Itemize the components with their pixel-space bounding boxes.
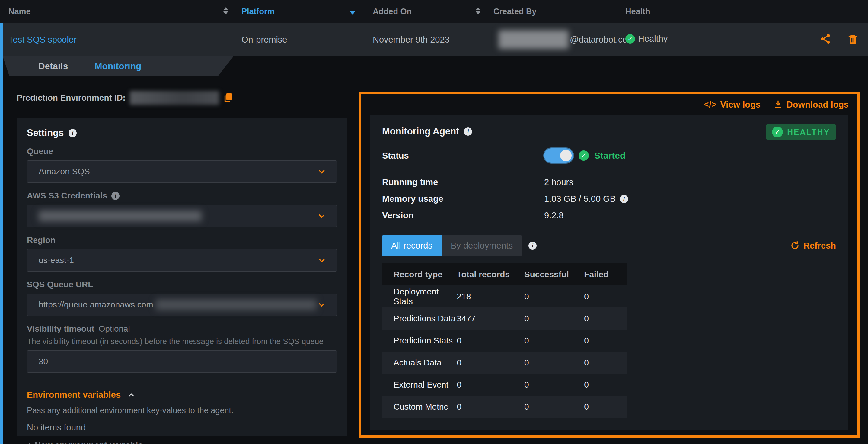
tab-all-records[interactable]: All records	[382, 235, 441, 256]
successful-cell: 0	[524, 307, 584, 329]
records-controls: All records By deployments i Refresh	[382, 235, 836, 256]
credentials-info-icon[interactable]: i	[112, 192, 120, 200]
failed-cell: 0	[584, 352, 627, 374]
toggle-knob	[560, 150, 571, 161]
environment-name-link[interactable]: Test SQS spooler	[8, 35, 77, 45]
divider	[382, 228, 836, 228]
memory-usage-row: Memory usage 1.03 GB / 5.00 GB i	[382, 190, 836, 207]
visibility-timeout-input[interactable]	[27, 350, 337, 373]
refresh-icon	[790, 241, 800, 250]
column-header-created-by: Created By	[493, 7, 537, 16]
settings-info-icon[interactable]: i	[68, 129, 77, 137]
copy-icon[interactable]	[223, 92, 234, 103]
memory-usage-label: Memory usage	[382, 194, 544, 204]
column-header-name[interactable]: Name	[8, 7, 31, 16]
successful-cell: 0	[524, 352, 584, 374]
created-by-domain: @datarobot.co	[570, 35, 627, 45]
region-label: Region	[27, 235, 337, 245]
column-header-health: Health	[625, 7, 650, 16]
region-select[interactable]: us-east-1	[27, 249, 337, 271]
running-time-label: Running time	[382, 177, 544, 187]
tab-by-deployments[interactable]: By deployments	[441, 235, 522, 256]
column-successful: Successful	[524, 263, 584, 286]
sort-icon[interactable]	[476, 7, 480, 14]
started-check-icon: ✓	[579, 150, 589, 161]
total-cell: 0	[457, 374, 524, 396]
view-logs-link[interactable]: </> View logs	[704, 100, 761, 110]
share-icon[interactable]	[820, 33, 831, 46]
healthy-check-icon: ✓	[772, 126, 783, 138]
tab-details[interactable]: Details	[38, 61, 68, 71]
table-row: External Event 0 0 0	[382, 374, 627, 396]
download-logs-link[interactable]: Download logs	[773, 100, 849, 110]
total-cell: 218	[457, 286, 524, 307]
prediction-environment-id-redacted	[130, 91, 219, 105]
divider	[382, 170, 836, 170]
failed-cell: 0	[584, 286, 627, 307]
records-info-icon[interactable]: i	[528, 242, 537, 250]
monitoring-agent-info-icon[interactable]: i	[464, 127, 472, 136]
queue-select-value: Amazon SQS	[39, 167, 90, 176]
environment-variables-empty-state: No items found	[27, 422, 337, 433]
total-cell: 0	[457, 396, 524, 418]
settings-panel: Settings i Queue Amazon SQS AWS S3 Crede…	[17, 118, 347, 436]
column-header-platform[interactable]: Platform	[242, 7, 275, 16]
healthy-check-icon: ✓	[625, 34, 635, 44]
successful-cell: 0	[524, 374, 584, 396]
created-by-redacted	[499, 30, 568, 49]
successful-cell: 0	[524, 396, 584, 418]
delete-icon[interactable]	[847, 33, 859, 46]
record-type-cell: Custom Metric	[382, 396, 457, 418]
total-cell: 3477	[457, 307, 524, 329]
chevron-down-icon	[317, 255, 327, 266]
added-on-value: November 9th 2023	[373, 35, 450, 45]
download-icon	[773, 100, 783, 109]
environment-variables-toggle[interactable]: Environment variables	[27, 390, 337, 400]
platform-filter-caret-icon[interactable]	[349, 11, 355, 15]
failed-cell: 0	[584, 374, 627, 396]
divider	[27, 382, 337, 382]
new-environment-variable-button[interactable]: + New environment variable	[27, 440, 337, 444]
status-label: Status	[382, 151, 544, 161]
table-row: Actuals Data 0 0 0	[382, 352, 627, 374]
table-row: Custom Metric 0 0 0	[382, 396, 627, 418]
health-status: ✓ Healthy	[625, 34, 668, 44]
platform-value: On-premise	[242, 35, 287, 45]
agent-toggle[interactable]	[544, 148, 573, 163]
table-row: Predictions Data 3477 0 0	[382, 307, 627, 329]
credentials-label: AWS S3 Credentials i	[27, 191, 337, 201]
chevron-up-icon	[127, 390, 136, 399]
queue-url-select[interactable]: https://queue.amazonaws.com	[27, 294, 337, 316]
running-time-row: Running time 2 hours	[382, 174, 836, 190]
chevron-down-icon	[317, 167, 327, 177]
prediction-environment-page: Name Platform Added On Created By Health…	[0, 0, 868, 444]
failed-cell: 0	[584, 307, 627, 329]
version-label: Version	[382, 210, 544, 220]
memory-info-icon[interactable]: i	[620, 195, 628, 203]
table-row: Prediction Stats 0 0 0	[382, 329, 627, 352]
queue-url-label: SQS Queue URL	[27, 280, 337, 289]
failed-cell: 0	[584, 396, 627, 418]
memory-usage-value: 1.03 GB / 5.00 GB	[544, 194, 616, 204]
environment-row[interactable]: Test SQS spooler On-premise November 9th…	[0, 23, 868, 56]
record-type-cell: External Event	[382, 374, 457, 396]
records-view-switch: All records By deployments	[382, 235, 522, 256]
records-table: Record type Total records Successful Fai…	[382, 263, 627, 418]
tab-monitoring[interactable]: Monitoring	[94, 61, 141, 71]
column-header-added-on[interactable]: Added On	[373, 7, 412, 16]
record-type-cell: Actuals Data	[382, 352, 457, 374]
environment-variables-title: Environment variables	[27, 390, 121, 400]
refresh-button[interactable]: Refresh	[790, 241, 836, 251]
logs-links: </> View logs Download logs	[361, 94, 857, 111]
version-value: 9.2.8	[544, 210, 836, 220]
status-value: Started	[594, 150, 625, 161]
healthy-status-badge: ✓ HEALTHY	[766, 124, 836, 140]
column-total-records: Total records	[457, 263, 524, 286]
listing-header: Name Platform Added On Created By Health	[0, 0, 868, 23]
table-row: Deployment Stats 218 0 0	[382, 286, 627, 307]
total-cell: 0	[457, 352, 524, 374]
column-failed: Failed	[584, 263, 627, 286]
credentials-select[interactable]	[27, 205, 337, 227]
sort-icon[interactable]	[223, 7, 228, 14]
queue-select[interactable]: Amazon SQS	[27, 160, 337, 183]
